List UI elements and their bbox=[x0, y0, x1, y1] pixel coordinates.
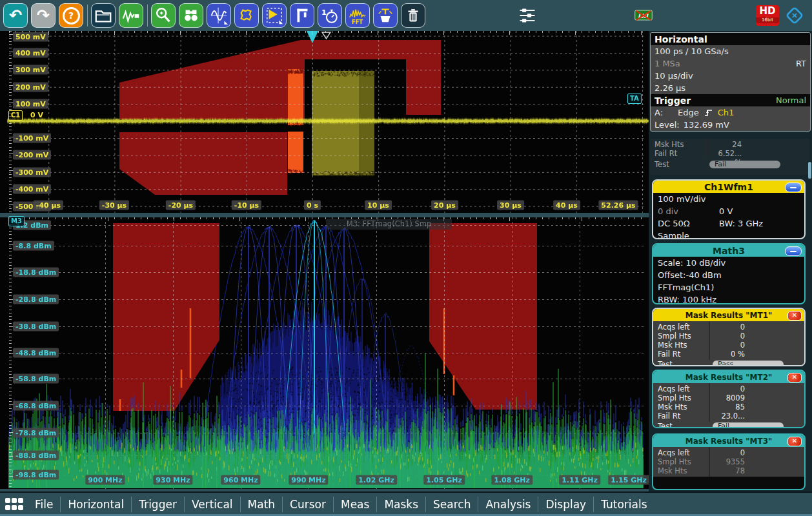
x-axis-tick: -10 µs bbox=[232, 201, 261, 210]
open-file-button[interactable] bbox=[91, 3, 116, 28]
redo-icon: ↷ bbox=[37, 8, 50, 23]
menu-item-cursor[interactable]: Cursor bbox=[283, 498, 333, 511]
panel-row: 10 µs/div bbox=[651, 70, 810, 82]
panel-row: RBW: 100 kHz bbox=[653, 293, 804, 304]
time-domain-diagram[interactable]: 500 mV400 mV300 mV200 mV100 mV-100 mV-20… bbox=[0, 31, 649, 213]
lxi-status: LXI bbox=[629, 3, 658, 28]
panel-row: 1 MSaRT bbox=[651, 57, 810, 70]
help-button[interactable]: ? bbox=[59, 3, 83, 28]
y-axis-tick: 400 mV bbox=[13, 48, 48, 58]
mask-test-button[interactable] bbox=[373, 3, 398, 28]
mask-test-result: Fail bbox=[713, 422, 784, 428]
panel-row: 2.26 µs bbox=[651, 82, 810, 94]
hd-label: HD bbox=[756, 5, 779, 17]
search-button[interactable] bbox=[179, 3, 203, 28]
diagram-splitter[interactable] bbox=[0, 213, 649, 217]
x-axis-tick: -20 µs bbox=[166, 201, 196, 210]
y-axis-tick: -28.8 dBm bbox=[13, 295, 59, 304]
mask-test-row: Test Fail bbox=[650, 160, 809, 169]
menu-item-analysis[interactable]: Analysis bbox=[478, 498, 538, 511]
x-axis-tick: 930 MHz bbox=[153, 475, 192, 485]
menu-item-vertical[interactable]: Vertical bbox=[185, 498, 240, 511]
ch1wfm1-panel[interactable]: Ch1Wfm1 100 mV/div 0 div0 V DC 50ΩBW: 3 … bbox=[652, 179, 806, 239]
menu-item-math[interactable]: Math bbox=[241, 498, 283, 511]
fft-button[interactable]: FFT bbox=[345, 3, 370, 28]
y-axis-tick: -8.8 dBm bbox=[13, 241, 54, 251]
results-sidebar: Horizontal 100 ps / 10 GSa/s 1 MSaRT 10 … bbox=[649, 31, 812, 491]
timing-measure-button[interactable]: 1 bbox=[318, 3, 342, 28]
redo-button[interactable]: ↷ bbox=[31, 3, 56, 28]
horizontal-trigger-panel[interactable]: Horizontal 100 ps / 10 GSa/s 1 MSaRT 10 … bbox=[650, 32, 811, 132]
mask-test-row: Test Pass bbox=[653, 360, 804, 366]
hd-mode-badge[interactable]: HD 16bit bbox=[756, 5, 779, 26]
menu-item-search[interactable]: Search bbox=[426, 498, 478, 511]
waveform-adjust-button[interactable] bbox=[207, 3, 231, 28]
x-axis-tick: 52.26 µs bbox=[598, 201, 638, 210]
channel1-tag[interactable]: C1 bbox=[8, 110, 23, 121]
panel-row: Msk Hts85 bbox=[653, 402, 804, 412]
math3-tag[interactable]: M3 bbox=[8, 216, 25, 226]
svg-text:FFT: FFT bbox=[352, 19, 363, 25]
zoom-button[interactable] bbox=[151, 3, 176, 28]
menu-item-display[interactable]: Display bbox=[538, 498, 593, 511]
mask-results-mt2-panel[interactable]: Mask Results "MT2" ✕ Acqs left0Smpl Hts8… bbox=[652, 370, 806, 428]
settings-sliders-button[interactable] bbox=[515, 3, 540, 28]
trigger-zone-button[interactable] bbox=[262, 3, 287, 28]
signal-generator-button[interactable] bbox=[119, 3, 143, 28]
mt1-header[interactable]: Mask Results "MT1" ✕ bbox=[653, 309, 804, 321]
y-axis-tick: -100 mV bbox=[13, 134, 51, 143]
y-axis-tick: -98.8 dBm bbox=[13, 470, 59, 480]
measure-caliper-button[interactable] bbox=[290, 3, 314, 28]
x-axis-tick: 1.11 GHz bbox=[559, 475, 600, 485]
mask-edit-button[interactable] bbox=[234, 3, 259, 28]
fft-diagram[interactable]: 1.2 dBm-8.8 dBm-18.8 dBm-28.8 dBm-38.8 d… bbox=[0, 217, 649, 489]
trigger-level-tag[interactable]: TA bbox=[627, 94, 642, 104]
x-axis-tick: 900 MHz bbox=[85, 475, 125, 485]
y-axis-tick: -78.8 dBm bbox=[13, 428, 59, 438]
minimize-button[interactable] bbox=[785, 183, 802, 192]
faded-mask-results-panel[interactable]: Msk Hts24Fail Rt6.52... % Test Fail bbox=[650, 139, 809, 175]
time-domain-canvas[interactable] bbox=[0, 31, 649, 213]
panel-row: Msk Hts0 bbox=[653, 341, 804, 350]
app-grid-icon[interactable] bbox=[5, 497, 25, 512]
ch1wfm1-header[interactable]: Ch1Wfm1 bbox=[653, 181, 804, 193]
fft-canvas[interactable] bbox=[0, 217, 649, 489]
menu-item-meas[interactable]: Meas bbox=[334, 498, 376, 511]
close-button[interactable]: ✕ bbox=[787, 437, 802, 446]
mask-results-mt3-panel[interactable]: Mask Results "MT3" ✕ Acqs left0Smpl Hts9… bbox=[652, 433, 806, 490]
minimize-button[interactable] bbox=[785, 246, 802, 256]
panel-row: Smpl Hts0 bbox=[653, 332, 804, 341]
sidebar-scroll-indicator[interactable] bbox=[808, 162, 811, 179]
binoculars-icon bbox=[181, 6, 201, 25]
panel-row: Fail Rt6.52... % bbox=[650, 149, 809, 158]
mask-results-mt1-panel[interactable]: Mask Results "MT1" ✕ Acqs left0Smpl Hts0… bbox=[652, 308, 806, 366]
mt3-header[interactable]: Mask Results "MT3" ✕ bbox=[653, 435, 804, 447]
menu-item-trigger[interactable]: Trigger bbox=[132, 498, 184, 511]
x-axis-tick: -40 µs bbox=[34, 201, 63, 210]
mask-test-result: Pass bbox=[713, 361, 784, 366]
x-axis-tick: 10 µs bbox=[365, 201, 392, 210]
mt2-header[interactable]: Mask Results "MT2" ✕ bbox=[653, 371, 804, 383]
undo-button[interactable]: ↶ bbox=[3, 3, 28, 28]
y-axis-tick: -300 mV bbox=[13, 167, 51, 177]
horizontal-header[interactable]: Horizontal bbox=[651, 33, 810, 45]
menu-item-horizontal[interactable]: Horizontal bbox=[61, 498, 131, 511]
panel-row: Msk Hts24 bbox=[650, 140, 809, 149]
delete-button[interactable] bbox=[401, 3, 425, 28]
trigger-header[interactable]: TriggerNormal bbox=[651, 94, 810, 106]
x-axis-tick: 30 µs bbox=[497, 201, 524, 210]
menu-item-tutorials[interactable]: Tutorials bbox=[594, 498, 654, 511]
panel-row: FFTmag(Ch1) bbox=[653, 281, 804, 293]
close-button[interactable]: ✕ bbox=[787, 373, 802, 382]
panel-row: DC 50ΩBW: 3 GHz bbox=[653, 217, 804, 230]
math3-panel[interactable]: Math3 Scale: 10 dB/divOffset:-40 dBmFFTm… bbox=[652, 243, 806, 304]
close-button[interactable]: ✕ bbox=[787, 311, 802, 321]
menu-item-masks[interactable]: Masks bbox=[377, 498, 425, 511]
menu-item-file[interactable]: File bbox=[28, 498, 60, 511]
x-axis-tick: 990 MHz bbox=[289, 475, 328, 485]
y-axis-tick: -68.8 dBm bbox=[13, 401, 59, 411]
math3-header[interactable]: Math3 bbox=[653, 244, 804, 257]
rs-logo bbox=[782, 3, 807, 28]
svg-text:1: 1 bbox=[321, 8, 327, 17]
x-axis-tick: 1.08 GHz bbox=[491, 475, 533, 485]
